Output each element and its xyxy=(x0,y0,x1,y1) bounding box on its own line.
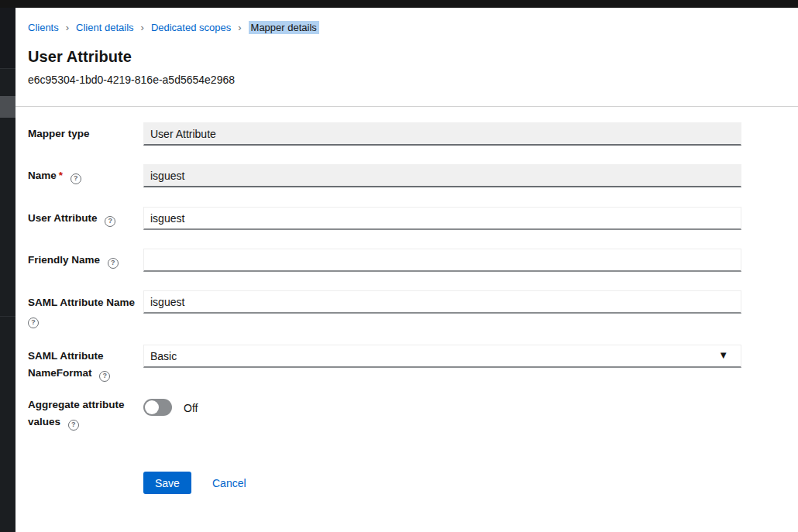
saml-attribute-nameformat-select[interactable]: Basic ▼ xyxy=(143,345,741,368)
mapper-type-label: Mapper type xyxy=(28,128,144,140)
breadcrumb-mapper-details: Mapper details xyxy=(249,21,319,34)
user-attribute-input[interactable] xyxy=(143,207,741,230)
aggregate-label-line2: values xyxy=(28,416,60,427)
help-icon[interactable]: ? xyxy=(105,216,115,227)
user-attribute-label: User Attribute ? xyxy=(28,212,144,227)
aggregate-attribute-values-toggle[interactable] xyxy=(143,399,172,416)
help-icon[interactable]: ? xyxy=(68,420,79,431)
mapper-type-input[interactable] xyxy=(143,122,741,146)
chevron-right-icon: › xyxy=(66,22,69,33)
saml-attribute-name-label: SAML Attribute Name ? xyxy=(28,297,144,328)
toggle-knob xyxy=(145,400,159,414)
friendly-name-label-text: Friendly Name xyxy=(28,254,100,266)
saml-attribute-nameformat-label: SAML Attribute NameFormat ? xyxy=(28,350,144,382)
chevron-right-icon: › xyxy=(141,22,144,33)
saml-attribute-name-input[interactable] xyxy=(143,290,741,314)
page-title: User Attribute xyxy=(28,48,132,66)
name-label: Name* ? xyxy=(28,170,144,184)
sidebar-divider xyxy=(0,68,15,69)
mapper-type-label-text: Mapper type xyxy=(28,128,90,139)
name-label-text: Name xyxy=(28,170,57,181)
header-divider xyxy=(15,106,798,107)
breadcrumb: Clients › Client details › Dedicated sco… xyxy=(28,21,319,34)
mapper-details-page: Clients › Client details › Dedicated sco… xyxy=(0,0,798,532)
sidebar-strip[interactable] xyxy=(0,8,15,532)
breadcrumb-client-details[interactable]: Client details xyxy=(76,22,133,33)
help-icon[interactable]: ? xyxy=(108,258,119,269)
aggregate-label-line1: Aggregate attribute xyxy=(28,399,144,411)
saml-attribute-nameformat-label-line2: NameFormat xyxy=(28,367,92,379)
save-button[interactable]: Save xyxy=(143,472,191,494)
saml-attribute-nameformat-label-line1: SAML Attribute xyxy=(28,350,144,362)
aggregate-attribute-values-label: Aggregate attribute values ? xyxy=(28,399,144,431)
sidebar-segment-top xyxy=(0,8,15,68)
friendly-name-label: Friendly Name ? xyxy=(28,254,144,269)
help-icon[interactable]: ? xyxy=(99,371,110,382)
breadcrumb-dedicated-scopes[interactable]: Dedicated scopes xyxy=(151,22,231,33)
sidebar-active-item[interactable] xyxy=(0,96,15,118)
breadcrumb-clients[interactable]: Clients xyxy=(28,22,59,33)
cancel-link[interactable]: Cancel xyxy=(212,477,246,489)
masthead-bar xyxy=(0,0,798,8)
chevron-right-icon: › xyxy=(238,22,241,33)
name-input[interactable] xyxy=(143,164,741,187)
caret-down-icon: ▼ xyxy=(718,349,728,361)
saml-attribute-name-label-text: SAML Attribute Name xyxy=(28,297,144,309)
help-icon[interactable]: ? xyxy=(28,317,39,328)
sidebar-divider xyxy=(0,316,15,317)
help-icon[interactable]: ? xyxy=(71,173,81,184)
toggle-state-label: Off xyxy=(184,402,198,414)
mapper-id: e6c95304-1bd0-4219-816e-a5d5654e2968 xyxy=(28,74,235,86)
select-value: Basic xyxy=(150,350,177,362)
user-attribute-label-text: User Attribute xyxy=(28,212,98,224)
friendly-name-input[interactable] xyxy=(143,249,741,272)
required-indicator: * xyxy=(59,170,63,181)
